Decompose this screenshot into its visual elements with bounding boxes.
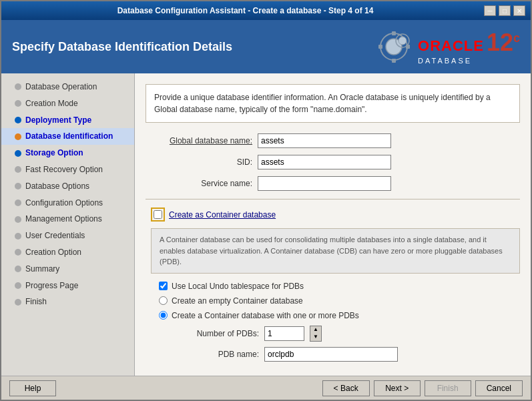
use-local-undo-row: Use Local Undo tablespace for PDBs	[159, 282, 520, 291]
sidebar-label-progress-page: Progress Page	[25, 280, 129, 292]
sidebar-dot-fast-recovery	[15, 166, 21, 173]
minimize-button[interactable]: ─	[484, 5, 496, 16]
sidebar-dot-finish	[15, 299, 21, 306]
svg-point-3	[398, 37, 407, 45]
service-name-row: Service name:	[146, 176, 520, 191]
container-info-text: A Container database can be used for con…	[160, 236, 503, 266]
logo-gears	[376, 29, 413, 65]
content-area: Database Operation Creation Mode Deploym…	[1, 73, 531, 376]
use-local-undo-checkbox[interactable]	[159, 282, 168, 290]
sidebar-item-database-options[interactable]: Database Options	[1, 178, 134, 195]
close-button[interactable]: ✕	[513, 5, 525, 16]
sidebar-dot-progress-page	[15, 282, 21, 289]
num-pdbs-input[interactable]	[264, 326, 304, 341]
container-checkbox-row: Create as Container database	[151, 208, 520, 222]
sidebar-dot-creation-option	[15, 249, 21, 256]
sidebar-label-database-identification: Database Identification	[25, 131, 129, 142]
sidebar-label-fast-recovery: Fast Recovery Option	[25, 164, 129, 175]
svg-rect-5	[392, 59, 396, 63]
separator-1	[146, 199, 520, 199]
cancel-button[interactable]: Cancel	[475, 380, 523, 396]
description-text: Provide a unique database identifier inf…	[154, 93, 491, 114]
window-controls: ─ □ ✕	[484, 5, 525, 16]
svg-rect-6	[378, 45, 382, 49]
help-button[interactable]: Help	[9, 380, 56, 396]
title-bar: Database Configuration Assistant - Creat…	[1, 1, 531, 20]
sidebar-item-fast-recovery[interactable]: Fast Recovery Option	[1, 161, 134, 178]
checkbox-container-border	[151, 208, 165, 222]
oracle-name: ORACLE	[418, 37, 484, 55]
window-title: Database Configuration Assistant - Creat…	[7, 6, 484, 15]
spinner-up-icon[interactable]: ▲	[310, 326, 321, 334]
main-window: Database Configuration Assistant - Creat…	[0, 0, 532, 401]
pdb-sub-form: Number of PDBs: ▲ ▼ PDB name:	[186, 326, 520, 362]
global-db-input[interactable]	[258, 133, 391, 148]
sid-row: SID:	[146, 155, 520, 169]
create-empty-label: Create an empty Container database	[172, 296, 303, 306]
sidebar-dot-summary	[15, 266, 21, 272]
spinner-down-icon[interactable]: ▼	[310, 334, 321, 341]
sidebar-item-storage-option[interactable]: Storage Option	[1, 145, 134, 161]
sidebar-label-storage-option: Storage Option	[25, 147, 129, 159]
sidebar-dot-deployment-type	[15, 117, 21, 123]
create-empty-radio[interactable]	[159, 296, 168, 305]
sidebar-item-finish[interactable]: Finish	[1, 294, 134, 310]
maximize-button[interactable]: □	[499, 5, 511, 16]
oracle-db-label: DATABASE	[418, 57, 472, 65]
oracle-version: 12c	[487, 29, 520, 57]
container-options-group: Use Local Undo tablespace for PDBs Creat…	[159, 282, 520, 362]
svg-rect-4	[392, 31, 396, 35]
sidebar-dot-database-operation	[15, 83, 21, 90]
create-with-pdbs-row: Create a Container database with one or …	[159, 311, 520, 320]
create-with-pdbs-radio[interactable]	[159, 311, 168, 320]
container-checkbox-label[interactable]: Create as Container database	[169, 210, 276, 220]
sidebar-dot-user-credentials	[15, 233, 21, 240]
service-name-label: Service name:	[146, 179, 252, 188]
svg-rect-7	[406, 45, 410, 49]
sidebar-dot-storage-option	[15, 150, 21, 157]
sidebar-item-creation-option[interactable]: Creation Option	[1, 244, 134, 261]
global-db-label: Global database name:	[146, 136, 252, 145]
next-button[interactable]: Next >	[374, 380, 421, 396]
use-local-undo-label: Use Local Undo tablespace for PDBs	[172, 282, 304, 291]
container-checkbox[interactable]	[154, 210, 162, 219]
header-bar: Specify Database Identification Details	[1, 20, 531, 73]
pdb-name-input[interactable]	[264, 347, 398, 362]
sidebar-item-deployment-type[interactable]: Deployment Type	[1, 112, 134, 129]
sidebar-label-database-options: Database Options	[25, 181, 129, 192]
num-pdbs-label: Number of PDBs:	[186, 329, 259, 338]
sidebar-dot-database-identification	[15, 133, 21, 140]
sidebar-label-summary: Summary	[25, 264, 129, 275]
oracle-logo: ORACLE 12c DATABASE	[376, 29, 520, 65]
num-pdbs-spinner[interactable]: ▲ ▼	[310, 326, 322, 342]
sidebar-item-progress-page[interactable]: Progress Page	[1, 278, 134, 294]
sidebar-item-management-options[interactable]: Management Options	[1, 211, 134, 228]
sidebar-label-database-operation: Database Operation	[25, 81, 129, 93]
sidebar-item-user-credentials[interactable]: User Credentials	[1, 228, 134, 244]
description-box: Provide a unique database identifier inf…	[146, 84, 520, 123]
sidebar-item-summary[interactable]: Summary	[1, 261, 134, 278]
finish-button[interactable]: Finish	[425, 380, 471, 396]
sidebar-item-database-identification[interactable]: Database Identification	[1, 128, 134, 145]
create-empty-row: Create an empty Container database	[159, 296, 520, 306]
sidebar-label-deployment-type: Deployment Type	[25, 115, 129, 126]
sidebar-label-creation-option: Creation Option	[25, 247, 129, 258]
sidebar-label-user-credentials: User Credentials	[25, 230, 129, 242]
sidebar-dot-management-options	[15, 216, 21, 223]
sidebar-item-configuration-options[interactable]: Configuration Options	[1, 195, 134, 212]
sid-input[interactable]	[258, 155, 391, 169]
sidebar-item-database-operation[interactable]: Database Operation	[1, 79, 134, 95]
sidebar-dot-configuration-options	[15, 199, 21, 206]
sidebar-item-creation-mode[interactable]: Creation Mode	[1, 95, 134, 112]
sid-label: SID:	[146, 157, 252, 167]
num-pdbs-row: Number of PDBs: ▲ ▼	[186, 326, 520, 342]
sidebar-label-creation-mode: Creation Mode	[25, 98, 129, 109]
pdb-name-row: PDB name:	[186, 347, 520, 362]
back-button[interactable]: < Back	[322, 380, 370, 396]
global-db-row: Global database name:	[146, 133, 520, 148]
sidebar-label-management-options: Management Options	[25, 214, 129, 225]
create-with-pdbs-label: Create a Container database with one or …	[172, 311, 359, 320]
footer-bar: Help < Back Next > Finish Cancel	[1, 376, 531, 400]
sidebar-label-finish: Finish	[25, 296, 129, 308]
service-name-input[interactable]	[258, 176, 391, 191]
